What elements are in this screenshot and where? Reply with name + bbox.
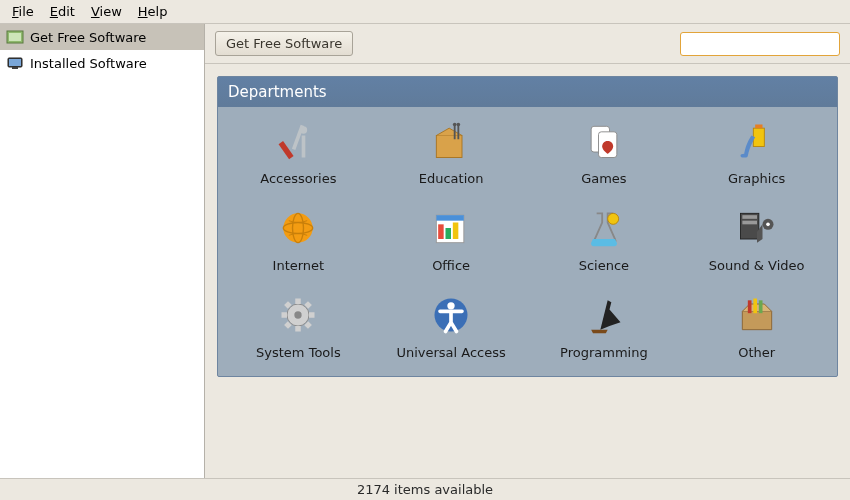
department-other[interactable]: Other — [680, 291, 833, 360]
svg-rect-3 — [9, 59, 21, 66]
svg-point-43 — [447, 302, 454, 309]
svg-point-11 — [453, 123, 457, 127]
svg-point-12 — [457, 123, 461, 127]
department-label: Other — [738, 345, 775, 360]
department-label: Office — [432, 258, 470, 273]
svg-rect-24 — [446, 228, 452, 239]
department-accessories[interactable]: Accessories — [222, 117, 375, 186]
department-label: System Tools — [256, 345, 341, 360]
svg-line-40 — [286, 323, 290, 327]
search-input[interactable] — [689, 37, 839, 51]
svg-point-33 — [295, 311, 302, 318]
department-label: Universal Access — [396, 345, 505, 360]
programming-icon — [580, 291, 628, 339]
department-education[interactable]: Education — [375, 117, 528, 186]
sidebar-item-get-free-software[interactable]: Get Free Software — [0, 24, 204, 50]
department-label: Games — [581, 171, 626, 186]
department-internet[interactable]: Internet — [222, 204, 375, 273]
svg-line-38 — [286, 303, 290, 307]
breadcrumb-button[interactable]: Get Free Software — [215, 31, 353, 56]
sidebar-item-label: Get Free Software — [30, 30, 146, 45]
content-area: Get Free Software Departments Accessorie… — [205, 24, 850, 478]
sidebar: Get Free SoftwareInstalled Software — [0, 24, 205, 478]
toolbar: Get Free Software — [205, 24, 850, 64]
sidebar-item-label: Installed Software — [30, 56, 147, 71]
menu-file[interactable]: File — [4, 2, 42, 21]
menu-edit[interactable]: Edit — [42, 2, 83, 21]
svg-rect-4 — [12, 67, 18, 69]
accessories-icon — [274, 117, 322, 165]
get-free-software-icon — [6, 28, 24, 46]
department-office[interactable]: Office — [375, 204, 528, 273]
department-label: Accessories — [260, 171, 336, 186]
svg-point-17 — [740, 154, 747, 158]
games-icon — [580, 117, 628, 165]
departments-panel: Departments AccessoriesEducationGamesGra… — [217, 76, 838, 377]
svg-point-31 — [766, 223, 770, 227]
graphics-icon — [733, 117, 781, 165]
svg-rect-28 — [742, 215, 757, 219]
svg-rect-46 — [758, 300, 762, 313]
svg-point-9 — [300, 126, 307, 133]
svg-rect-1 — [9, 33, 21, 41]
search-box[interactable] — [680, 32, 840, 56]
other-icon — [733, 291, 781, 339]
svg-rect-25 — [453, 223, 459, 240]
menubar: FileEditViewHelp — [0, 0, 850, 24]
svg-rect-7 — [279, 141, 294, 159]
sound-video-icon — [733, 204, 781, 252]
svg-rect-23 — [438, 224, 444, 239]
internet-icon — [274, 204, 322, 252]
svg-point-18 — [284, 213, 313, 242]
department-sound-video[interactable]: Sound & Video — [680, 204, 833, 273]
department-label: Graphics — [728, 171, 785, 186]
svg-rect-45 — [753, 299, 757, 314]
svg-point-26 — [608, 213, 619, 224]
svg-rect-16 — [755, 125, 762, 129]
department-graphics[interactable]: Graphics — [680, 117, 833, 186]
department-label: Internet — [273, 258, 325, 273]
svg-line-41 — [307, 303, 311, 307]
svg-rect-22 — [436, 215, 464, 221]
departments-header: Departments — [218, 77, 837, 107]
department-universal-access[interactable]: Universal Access — [375, 291, 528, 360]
svg-line-39 — [307, 323, 311, 327]
departments-grid: AccessoriesEducationGamesGraphicsInterne… — [218, 107, 837, 376]
department-label: Science — [579, 258, 629, 273]
status-bar: 2174 items available — [0, 478, 850, 500]
main-area: Get Free SoftwareInstalled Software Get … — [0, 24, 850, 478]
menu-help[interactable]: Help — [130, 2, 176, 21]
science-icon — [580, 204, 628, 252]
department-label: Sound & Video — [709, 258, 805, 273]
menu-view[interactable]: View — [83, 2, 130, 21]
office-icon — [427, 204, 475, 252]
department-label: Programming — [560, 345, 648, 360]
department-system-tools[interactable]: System Tools — [222, 291, 375, 360]
installed-software-icon — [6, 54, 24, 72]
education-icon — [427, 117, 475, 165]
status-text: 2174 items available — [357, 482, 493, 497]
universal-access-icon — [427, 291, 475, 339]
department-science[interactable]: Science — [528, 204, 681, 273]
department-label: Education — [419, 171, 484, 186]
svg-rect-29 — [742, 221, 757, 225]
svg-rect-44 — [747, 300, 751, 313]
department-programming[interactable]: Programming — [528, 291, 681, 360]
system-tools-icon — [274, 291, 322, 339]
department-games[interactable]: Games — [528, 117, 681, 186]
sidebar-item-installed-software[interactable]: Installed Software — [0, 50, 204, 76]
